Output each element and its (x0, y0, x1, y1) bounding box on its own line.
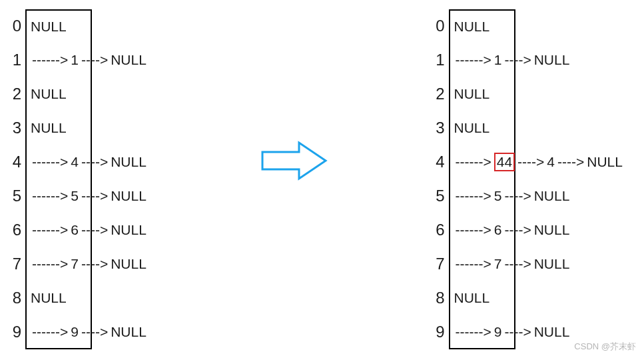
row-index: 3 (7, 119, 25, 137)
table-row: 3NULL (430, 111, 624, 145)
table-row: 5------> 5 ----> NULL (7, 179, 148, 213)
arrow-icon: ----> (80, 256, 109, 272)
table-row: 2NULL (7, 77, 148, 111)
chain-node: NULL (109, 222, 148, 238)
row-index: 5 (7, 187, 25, 205)
row-index: 8 (7, 289, 25, 307)
arrow-icon: ----> (80, 222, 109, 238)
arrow-icon: ------> (454, 324, 493, 340)
table-row: 7------> 7 ----> NULL (7, 247, 148, 281)
row-index: 8 (430, 289, 449, 307)
hash-table-left: 0NULL1------> 1 ----> NULL 2NULL3NULL4--… (7, 9, 148, 349)
row-index: 6 (7, 221, 25, 239)
table-row: 8NULL (7, 281, 148, 315)
chain-node: NULL (585, 154, 624, 170)
arrow-icon: ----> (503, 324, 532, 340)
table-row: 5------> 5 ----> NULL (430, 179, 624, 213)
arrow-icon: ----> (556, 154, 585, 170)
chain-node: 5 (69, 188, 80, 204)
bucket-cell: NULL (449, 281, 515, 315)
arrow-icon: ------> (31, 222, 69, 238)
bucket-cell: NULL (25, 9, 92, 43)
chain: ------> 7 ----> NULL (454, 256, 571, 272)
chain-node: NULL (109, 52, 148, 68)
table-row: 9------> 9 ----> NULL (7, 315, 148, 349)
arrow-icon: ----> (516, 154, 545, 170)
row-index: 2 (7, 85, 25, 103)
bucket-cell: NULL (25, 77, 92, 111)
chain-node: NULL (109, 256, 148, 272)
transition-arrow (259, 137, 332, 188)
arrow-icon: ------> (31, 154, 69, 170)
bucket-cell: NULL (449, 77, 515, 111)
arrow-icon: ------> (31, 52, 69, 68)
chain-node: 4 (545, 154, 556, 170)
table-row: 1------> 1 ----> NULL (430, 43, 624, 77)
table-row: 6------> 6 ----> NULL (7, 213, 148, 247)
chain-node: 5 (493, 188, 503, 204)
row-index: 1 (430, 51, 449, 69)
chain-node: NULL (533, 52, 571, 68)
chain-node: 7 (69, 256, 80, 272)
chain-node: 1 (493, 52, 503, 68)
row-index: 4 (430, 153, 449, 171)
chain-node: 9 (69, 324, 80, 340)
bucket-cell: NULL (25, 111, 92, 145)
bucket-cell: NULL (449, 111, 515, 145)
hash-table-right: 0NULL1------> 1 ----> NULL 2NULL3NULL4--… (430, 9, 624, 349)
chain: ------> 4 ----> NULL (31, 154, 148, 170)
bucket-cell: NULL (449, 9, 515, 43)
arrow-icon: ----> (80, 324, 109, 340)
diagram-container: 0NULL1------> 1 ----> NULL 2NULL3NULL4--… (0, 0, 644, 358)
row-index: 6 (430, 221, 449, 239)
chain-node: NULL (533, 256, 571, 272)
chain-node: 1 (69, 52, 80, 68)
arrow-icon: ------> (31, 324, 69, 340)
row-index: 0 (430, 17, 449, 35)
chain-node: 6 (69, 222, 80, 238)
table-row: 0NULL (430, 9, 624, 43)
chain-node: 7 (493, 256, 503, 272)
arrow-icon: ------> (454, 52, 493, 68)
row-index: 1 (7, 51, 25, 69)
arrow-icon: ----> (503, 188, 532, 204)
arrow-icon: ----> (80, 154, 109, 170)
chain: ------> 5 ----> NULL (31, 188, 148, 204)
chain: ------> 7 ----> NULL (31, 256, 148, 272)
chain: ------> 9 ----> NULL (31, 324, 148, 340)
chain-node: NULL (109, 154, 148, 170)
row-index: 3 (430, 119, 449, 137)
table-row: 4------> 4 ----> NULL (7, 145, 148, 179)
table-row: 1------> 1 ----> NULL (7, 43, 148, 77)
chain: ------> 1 ----> NULL (31, 52, 148, 68)
chain-node: NULL (109, 188, 148, 204)
chain-node-highlighted: 44 (494, 153, 515, 171)
table-row: 3NULL (7, 111, 148, 145)
row-index: 9 (430, 323, 449, 341)
table-row: 4------> 44 ----> 4 ----> NULL (430, 145, 624, 179)
table-row: 0NULL (7, 9, 148, 43)
arrow-icon: ------> (454, 188, 493, 204)
chain: ------> 5 ----> NULL (454, 188, 571, 204)
row-index: 5 (430, 187, 449, 205)
chain-node: NULL (533, 222, 571, 238)
arrow-icon: ------> (31, 256, 69, 272)
table-row: 7------> 7 ----> NULL (430, 247, 624, 281)
arrow-icon: ------> (454, 222, 493, 238)
row-index: 0 (7, 17, 25, 35)
row-index: 7 (430, 255, 449, 273)
chain-node: NULL (533, 188, 571, 204)
table-row: 2NULL (430, 77, 624, 111)
arrow-icon: ----> (503, 222, 532, 238)
arrow-icon: ----> (503, 256, 532, 272)
chain: ------> 1 ----> NULL (454, 52, 571, 68)
chain-node: 6 (493, 222, 503, 238)
arrow-icon: ----> (503, 52, 532, 68)
row-index: 2 (430, 85, 449, 103)
chain-node: NULL (109, 324, 148, 340)
row-index: 9 (7, 323, 25, 341)
table-row: 6------> 6 ----> NULL (430, 213, 624, 247)
chain-node: 9 (493, 324, 503, 340)
table-row: 8NULL (430, 281, 624, 315)
arrow-icon: ------> (454, 256, 493, 272)
